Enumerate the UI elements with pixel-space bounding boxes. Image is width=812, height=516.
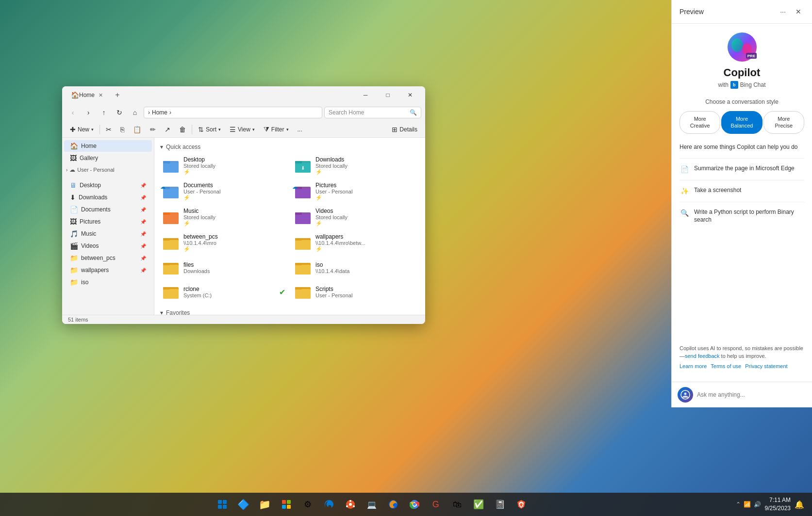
file-item-wallpapers[interactable]: wallpapers \\10.1.4.4\mro\betw... ⚡ xyxy=(290,230,421,255)
filter-btn[interactable]: ⧩ Filter ▾ xyxy=(260,123,293,135)
details-btn[interactable]: ⊞ Details xyxy=(388,124,421,135)
tab-close-btn[interactable]: ✕ xyxy=(99,92,103,98)
nav-back-btn[interactable]: ‹ xyxy=(66,106,80,119)
nav-refresh-btn[interactable]: ↻ xyxy=(113,106,126,119)
taskbar-start-btn[interactable] xyxy=(213,495,232,514)
taskbar-todo-btn[interactable]: ✅ xyxy=(469,495,488,514)
sort-btn[interactable]: ⇅ Sort ▾ xyxy=(194,124,225,135)
sidebar-item-home[interactable]: 🏠 Home xyxy=(64,140,152,152)
file-item-documents[interactable]: ☁ Documents User - Personal ⚡ xyxy=(158,179,289,204)
sidebar-item-between-pcs[interactable]: 📁 between_pcs 📌 xyxy=(64,252,152,264)
clock[interactable]: 7:11 AM 9/25/2023 xyxy=(765,496,791,513)
file-item-desktop[interactable]: Desktop Stored locally ⚡ xyxy=(158,153,289,178)
sidebar-item-pictures[interactable]: 🖼 Pictures 📌 xyxy=(64,216,152,227)
taskbar-ms-store-btn[interactable]: 🛍 xyxy=(447,495,467,514)
taskbar-ubuntu-btn[interactable] xyxy=(341,495,360,514)
file-item-music[interactable]: Music Stored locally ⚡ xyxy=(158,205,289,229)
file-item-between-pcs[interactable]: between_pcs \\10.1.4.4\mro ⚡ xyxy=(158,230,289,255)
files-folder-icon xyxy=(162,259,180,276)
chat-input[interactable] xyxy=(697,391,806,398)
view-btn[interactable]: ☰ View ▾ xyxy=(226,124,259,135)
breadcrumb-home[interactable]: Home xyxy=(152,109,167,116)
favorites-collapse-icon: ▾ xyxy=(160,309,163,315)
file-item-iso[interactable]: iso \\10.1.4.4\data xyxy=(290,256,421,279)
taskbar-settings-btn[interactable]: ⚙ xyxy=(298,495,317,514)
taskbar-brave-btn[interactable] xyxy=(512,495,531,514)
breadcrumb[interactable]: › Home › xyxy=(144,107,322,118)
taskbar-terminal-btn[interactable]: 💻 xyxy=(362,495,381,514)
pin-icon-pic: 📌 xyxy=(140,219,146,225)
tray-chevron[interactable]: ⌃ xyxy=(736,501,741,508)
documents-info: Documents User - Personal ⚡ xyxy=(183,182,285,201)
rename-btn[interactable]: ✏ xyxy=(146,124,160,135)
favorites-header[interactable]: ▾ Favorites xyxy=(158,307,421,315)
notification-btn[interactable]: 🔔 xyxy=(795,500,804,509)
cut-btn[interactable]: ✂ xyxy=(102,124,116,135)
sys-tray: ⌃ 📶 🔊 xyxy=(736,501,761,508)
file-item-videos[interactable]: Videos Stored locally ⚡ xyxy=(290,205,421,229)
sidebar-item-videos[interactable]: 🎬 Videos 📌 xyxy=(64,240,152,252)
taskbar-firefox-btn[interactable] xyxy=(383,495,403,514)
sidebar-item-gallery[interactable]: 🖼 Gallery xyxy=(64,152,152,164)
nav-home-btn[interactable]: ⌂ xyxy=(128,106,142,119)
gallery-icon: 🖼 xyxy=(70,154,77,162)
tab-add-btn[interactable]: + xyxy=(111,88,124,102)
toolbar-sep-2 xyxy=(192,125,192,134)
sidebar-item-wallpapers[interactable]: 📁 wallpapers 📌 xyxy=(64,264,152,276)
sidebar-item-iso[interactable]: 📁 iso xyxy=(64,276,152,288)
search-icon: 🔍 xyxy=(410,109,417,116)
copy-btn[interactable]: ⎘ xyxy=(116,124,128,135)
sidebar-group-user[interactable]: › ☁ User - Personal xyxy=(62,164,154,175)
taskbar-edge-btn[interactable] xyxy=(319,495,339,514)
sidebar-item-music[interactable]: 🎵 Music 📌 xyxy=(64,228,152,240)
terms-link[interactable]: Terms of use xyxy=(711,362,741,371)
style-precise-btn[interactable]: MorePrecise xyxy=(763,111,804,134)
sidebar-item-documents[interactable]: 📄 Documents 📌 xyxy=(64,204,152,215)
taskbar-onenote-btn[interactable]: 📓 xyxy=(490,495,510,514)
view-icon: ☰ xyxy=(230,126,236,133)
send-feedback-link[interactable]: send feedback xyxy=(685,353,720,359)
share-btn[interactable]: ↗ xyxy=(161,124,174,135)
sort-label: Sort xyxy=(206,126,216,133)
conversation-styles: MoreCreative MoreBalanced MorePrecise xyxy=(679,111,804,134)
sidebar-item-desktop[interactable]: 🖥 Desktop 📌 xyxy=(64,179,152,191)
search-bar[interactable]: Search Home 🔍 xyxy=(324,107,421,118)
close-btn[interactable]: ✕ xyxy=(399,87,421,103)
taskbar-store-btn[interactable] xyxy=(277,495,296,514)
svg-rect-21 xyxy=(163,238,170,241)
suggestion-screenshot[interactable]: ✨ Take a screenshot xyxy=(679,180,804,202)
taskbar-google-btn[interactable]: G xyxy=(426,495,446,514)
file-item-scripts[interactable]: Scripts User - Personal xyxy=(290,280,421,304)
taskbar-file-explorer-btn[interactable]: 📁 xyxy=(255,495,275,514)
copilot-close-btn[interactable]: ✕ xyxy=(793,6,804,17)
suggestion-python[interactable]: 🔍 Write a Python script to perform Binar… xyxy=(679,202,804,230)
maximize-btn[interactable]: □ xyxy=(377,87,399,103)
explorer-tab[interactable]: 🏠 Home ✕ xyxy=(66,88,108,102)
nav-forward-btn[interactable]: › xyxy=(82,106,95,119)
sidebar-downloads-label: Downloads xyxy=(79,194,107,201)
sidebar-item-downloads[interactable]: ⬇ Downloads 📌 xyxy=(64,192,152,203)
copilot-more-btn[interactable]: ··· xyxy=(777,6,789,17)
suggestion-summarize[interactable]: 📄 Summarize the page in Microsoft Edge xyxy=(679,158,804,180)
more-label: ... xyxy=(298,126,302,133)
delete-btn[interactable]: 🗑 xyxy=(175,124,190,135)
file-item-pictures[interactable]: ☁ Pictures User - Personal ⚡ xyxy=(290,179,421,204)
new-btn[interactable]: ✚ New ▾ xyxy=(66,124,98,135)
nav-up-btn[interactable]: ↑ xyxy=(97,106,111,119)
style-creative-btn[interactable]: MoreCreative xyxy=(679,111,720,134)
more-btn[interactable]: ... xyxy=(294,124,306,135)
privacy-link[interactable]: Privacy statement xyxy=(745,362,787,371)
paste-btn[interactable]: 📋 xyxy=(129,124,145,135)
file-item-rclone[interactable]: rclone System (C:) ✔ xyxy=(158,280,289,304)
minimize-btn[interactable]: ─ xyxy=(354,87,377,103)
taskbar-edge-pre-btn[interactable]: 🔷 xyxy=(234,495,253,514)
file-item-downloads[interactable]: ⬇ Downloads Stored locally ⚡ xyxy=(290,153,421,178)
taskbar-chrome-btn[interactable] xyxy=(405,495,424,514)
style-balanced-btn[interactable]: MoreBalanced xyxy=(721,111,762,134)
iso-icon: 📁 xyxy=(70,278,78,286)
learn-more-link[interactable]: Learn more xyxy=(679,362,707,371)
files-info: files Downloads xyxy=(183,261,285,274)
quick-access-header[interactable]: ▾ Quick access xyxy=(158,142,421,153)
svg-rect-23 xyxy=(295,240,311,250)
file-item-files[interactable]: files Downloads xyxy=(158,256,289,279)
